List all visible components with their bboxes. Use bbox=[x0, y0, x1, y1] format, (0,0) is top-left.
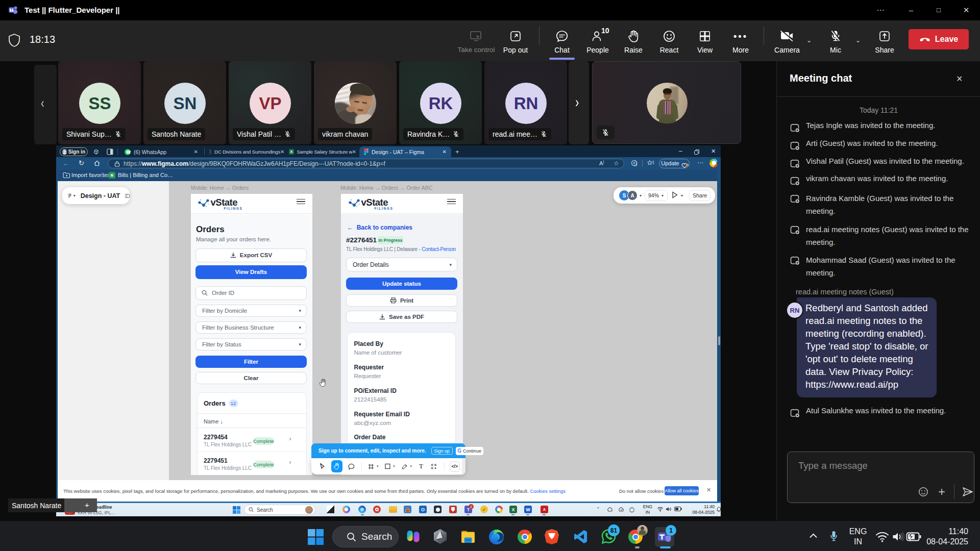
svg-text:T: T bbox=[11, 8, 13, 12]
